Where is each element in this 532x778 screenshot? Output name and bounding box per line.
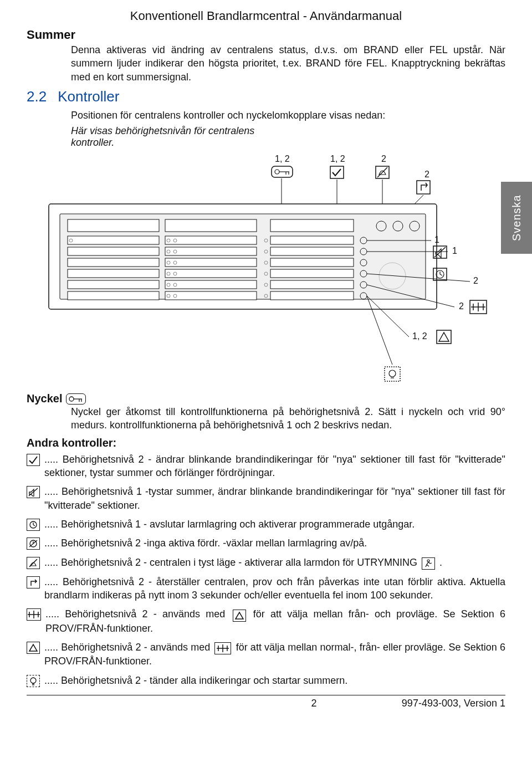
section-title: Kontroller bbox=[58, 88, 119, 105]
andra-heading: Andra kontroller: bbox=[27, 437, 505, 449]
control-item-check: ..... Behörighetsnivå 2 - ändrar blinkan… bbox=[27, 453, 505, 480]
triangle-icon bbox=[233, 610, 246, 622]
svg-text:1, 2: 1, 2 bbox=[412, 331, 427, 341]
speaker-mute-icon bbox=[27, 486, 40, 498]
control-item-clock-toggle: ..... Behörighetsnivå 2 -inga aktiva för… bbox=[27, 536, 505, 550]
svg-rect-29 bbox=[165, 280, 257, 289]
clock-icon bbox=[27, 519, 40, 531]
svg-point-92 bbox=[389, 370, 396, 377]
svg-text:2: 2 bbox=[473, 276, 478, 285]
svg-rect-30 bbox=[68, 291, 159, 300]
svg-rect-48 bbox=[270, 258, 354, 267]
svg-text:2: 2 bbox=[459, 301, 464, 311]
control-item-lamp: ..... Behörighetsnivå 2 - tänder alla in… bbox=[27, 674, 505, 687]
doc-id: 997-493-003, Version 1 bbox=[402, 698, 505, 709]
control-item-text-part1: ..... Behörighetsnivå 2 - centralen i ty… bbox=[44, 557, 357, 568]
control-item-text: ..... Behörighetsnivå 2 -inga aktiva för… bbox=[44, 536, 505, 550]
svg-rect-47 bbox=[270, 247, 354, 255]
svg-rect-22 bbox=[68, 247, 159, 255]
control-item-text: ..... Behörighetsnivå 2 - centralen i ty… bbox=[44, 556, 505, 570]
svg-rect-45 bbox=[270, 219, 354, 232]
control-item-triangle: ..... Behörighetsnivå 2 - används med fö… bbox=[27, 641, 505, 668]
svg-rect-51 bbox=[270, 291, 354, 300]
svg-line-101 bbox=[33, 525, 35, 526]
svg-line-79 bbox=[440, 274, 442, 275]
reset-icon bbox=[27, 576, 40, 588]
svg-rect-25 bbox=[165, 258, 257, 267]
control-item-mode: ..... Behörighetsnivå 2 - används med fö… bbox=[27, 607, 505, 635]
section-number: 2.2 bbox=[27, 88, 47, 105]
bell-cross-icon bbox=[27, 557, 40, 569]
svg-point-115 bbox=[30, 678, 36, 683]
mode-select-icon bbox=[214, 642, 231, 654]
running-man-icon bbox=[422, 557, 435, 570]
control-item-utrymning: UTRYMNING bbox=[357, 557, 420, 568]
svg-rect-27 bbox=[165, 269, 257, 278]
control-item-text: ..... Behörighetsnivå 2 - tänder alla in… bbox=[44, 674, 505, 687]
summer-body: Denna aktiveras vid ändring av centralen… bbox=[71, 43, 505, 84]
svg-text:2: 2 bbox=[424, 170, 429, 179]
svg-rect-46 bbox=[270, 236, 354, 244]
svg-rect-8 bbox=[330, 166, 344, 178]
control-item-mute: ..... Behörighetsnivå 1 -tystar summer, … bbox=[27, 485, 505, 512]
summer-heading: Summer bbox=[27, 28, 505, 42]
nyckel-body: Nyckel ger åtkomst till kontrollfunktion… bbox=[71, 405, 505, 432]
section-2-2-heading: 2.2 Kontroller bbox=[27, 88, 505, 105]
svg-rect-91 bbox=[385, 367, 400, 381]
control-item-clock: ..... Behörighetsnivå 1 - avslutar larml… bbox=[27, 518, 505, 531]
control-item-text: ..... Behörighetsnivå 2 - används med fö… bbox=[44, 641, 505, 668]
doc-title: Konventionell Brandlarmcentral - Använda… bbox=[27, 9, 505, 23]
nyckel-heading-text: Nyckel bbox=[27, 392, 63, 405]
svg-point-106 bbox=[427, 560, 429, 562]
language-tab: Svenska bbox=[501, 182, 532, 254]
control-item-evacuate: ..... Behörighetsnivå 2 - centralen i ty… bbox=[27, 556, 505, 570]
control-item-period: . bbox=[439, 557, 442, 568]
control-item-reset: ..... Behörighetsnivå 2 - återställer ce… bbox=[27, 575, 505, 602]
svg-rect-31 bbox=[165, 291, 257, 300]
page-number: 2 bbox=[311, 698, 316, 709]
section-intro: Positionen för centralens kontroller och… bbox=[71, 109, 505, 122]
figure-caption: Här visas behörighetsnivån för centralen… bbox=[71, 125, 259, 149]
control-item-text: ..... Behörighetsnivå 1 - avslutar larml… bbox=[44, 518, 505, 531]
check-icon bbox=[27, 454, 40, 466]
svg-rect-28 bbox=[68, 280, 159, 289]
control-item-text: ..... Behörighetsnivå 2 - används med fö… bbox=[45, 607, 505, 635]
svg-rect-24 bbox=[68, 258, 159, 267]
svg-rect-50 bbox=[270, 280, 354, 289]
svg-text:2: 2 bbox=[381, 154, 386, 163]
svg-line-10 bbox=[377, 167, 387, 177]
lamp-icon bbox=[27, 675, 40, 687]
svg-rect-18 bbox=[68, 219, 159, 232]
control-item-text: ..... Behörighetsnivå 1 -tystar summer, … bbox=[44, 485, 505, 512]
svg-rect-20 bbox=[68, 236, 159, 244]
control-item-text: ..... Behörighetsnivå 2 - ändrar blinkan… bbox=[44, 453, 505, 480]
svg-rect-26 bbox=[68, 269, 159, 278]
svg-text:1: 1 bbox=[452, 246, 457, 255]
svg-rect-19 bbox=[165, 219, 257, 232]
control-item-text-part: ..... Behörighetsnivå 2 - används med bbox=[44, 642, 213, 653]
page-footer: 2 997-493-003, Version 1 bbox=[27, 695, 505, 709]
control-item-text-part: ..... Behörighetsnivå 2 - används med bbox=[45, 608, 231, 620]
svg-text:1, 2: 1, 2 bbox=[330, 154, 345, 163]
triangle-icon bbox=[27, 642, 40, 654]
fig-label-12a: 1, 2 bbox=[275, 154, 290, 163]
control-panel-figure: Svenska 1, 2 1, 2 2 2 bbox=[27, 154, 505, 387]
svg-text:1: 1 bbox=[434, 235, 439, 244]
svg-point-4 bbox=[275, 170, 279, 174]
key-icon bbox=[66, 393, 86, 405]
svg-rect-23 bbox=[165, 247, 257, 255]
mode-select-icon bbox=[27, 608, 41, 621]
control-item-text: ..... Behörighetsnivå 2 - återställer ce… bbox=[44, 575, 505, 602]
svg-rect-21 bbox=[165, 236, 257, 244]
svg-rect-49 bbox=[270, 269, 354, 278]
panel-diagram-svg: 1, 2 1, 2 2 2 bbox=[27, 154, 503, 387]
clock-toggle-icon bbox=[27, 538, 40, 550]
nyckel-heading: Nyckel bbox=[27, 392, 505, 405]
svg-rect-11 bbox=[417, 181, 430, 194]
svg-point-94 bbox=[69, 397, 74, 401]
